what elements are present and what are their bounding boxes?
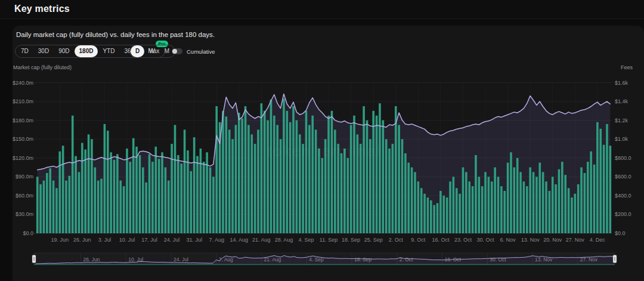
toggle-knob-icon [172, 49, 177, 54]
cumulative-label: Cumulative [187, 48, 215, 55]
cumulative-toggle-row: Cumulative [172, 45, 215, 58]
page-header: Key metrics [0, 0, 644, 19]
page: Key metrics Daily market cap (fully dilu… [0, 0, 644, 281]
granularity-option-w[interactable]: W [144, 45, 159, 57]
range-option-ytd[interactable]: YTD [98, 45, 119, 57]
range-option-180d[interactable]: 180D [75, 45, 98, 57]
range-option-7d[interactable]: 7D [16, 45, 33, 57]
key-metrics-card: Daily market cap (fully diluted) vs. dai… [13, 26, 644, 281]
granularity-selector: DWM [129, 45, 175, 58]
range-option-90d[interactable]: 90D [54, 45, 74, 57]
page-title: Key metrics [14, 4, 70, 14]
chart-subtitle: Daily market cap (fully diluted) vs. dai… [16, 31, 215, 38]
cumulative-toggle[interactable] [172, 48, 182, 54]
range-option-30d[interactable]: 30D [33, 45, 54, 57]
granularity-option-d[interactable]: D [131, 45, 144, 57]
chart-controls: Pro 7D30D90D180DYTD365DMax DWM Cumulativ… [13, 45, 644, 58]
